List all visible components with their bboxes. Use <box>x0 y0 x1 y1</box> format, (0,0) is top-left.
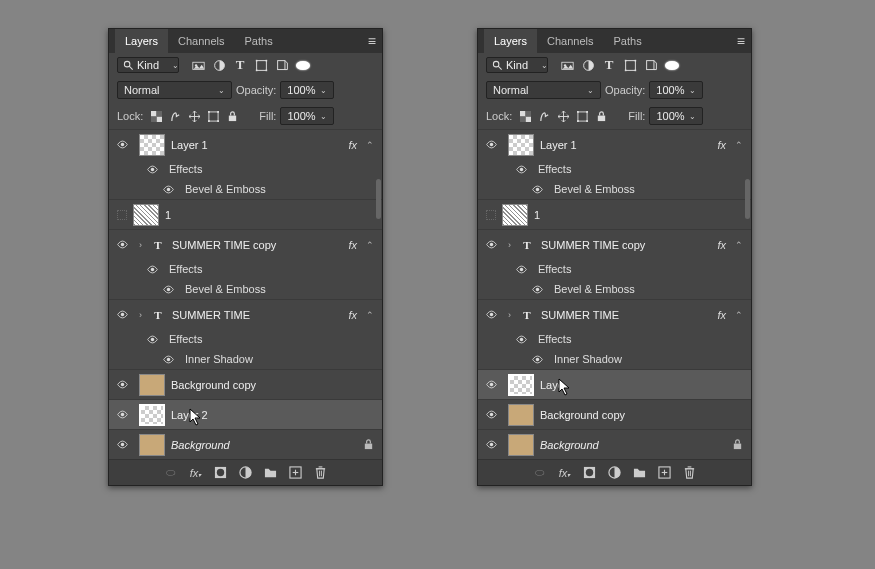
effect-item[interactable]: Inner Shadow <box>478 349 751 369</box>
layer-row[interactable]: Laye <box>478 369 751 399</box>
visibility-toggle[interactable] <box>486 439 502 450</box>
new-icon[interactable] <box>658 466 672 479</box>
effect-item[interactable]: Bevel & Emboss <box>478 179 751 199</box>
visibility-toggle[interactable] <box>516 164 532 175</box>
visibility-toggle[interactable] <box>117 210 127 220</box>
lock-transparency-icon[interactable] <box>520 111 534 122</box>
trash-icon[interactable] <box>314 466 328 479</box>
lock-all-icon[interactable] <box>227 111 241 122</box>
layer-name[interactable]: Layer 1 <box>540 139 711 151</box>
visibility-toggle[interactable] <box>147 164 163 175</box>
kind-filter[interactable]: ⌄ <box>117 57 179 73</box>
scrollbar[interactable] <box>376 179 381 219</box>
fx-badge[interactable]: fx <box>348 309 357 321</box>
visibility-toggle[interactable] <box>147 334 163 345</box>
layer-row[interactable]: Background <box>109 429 382 459</box>
lock-icon[interactable] <box>363 439 374 450</box>
layer-name[interactable]: Background copy <box>171 379 374 391</box>
layer-name[interactable]: Layer 2 <box>171 409 374 421</box>
layer-row[interactable]: 1 <box>478 199 751 229</box>
layer-row[interactable]: Background copy <box>478 399 751 429</box>
lock-image-icon[interactable] <box>539 111 553 122</box>
visibility-toggle[interactable] <box>486 379 502 390</box>
lock-transparency-icon[interactable] <box>151 111 165 122</box>
layer-row[interactable]: ›TSUMMER TIMEfx⌃ <box>478 299 751 329</box>
layer-row[interactable]: Layer 2 <box>109 399 382 429</box>
layer-name[interactable]: Laye <box>540 379 743 391</box>
layer-name[interactable]: 1 <box>534 209 743 221</box>
fx-badge[interactable]: fx <box>717 239 726 251</box>
tab-channels[interactable]: Channels <box>168 29 234 53</box>
lock-artboard-icon[interactable] <box>208 111 222 122</box>
chevron-icon[interactable]: ⌃ <box>366 310 374 320</box>
visibility-toggle[interactable] <box>532 284 548 295</box>
visibility-toggle[interactable] <box>486 409 502 420</box>
tab-layers[interactable]: Layers <box>115 29 168 53</box>
lock-position-icon[interactable] <box>558 111 572 122</box>
adjustment-icon[interactable] <box>608 466 622 479</box>
visibility-toggle[interactable] <box>516 334 532 345</box>
layer-row[interactable]: Layer 1fx⌃ <box>478 129 751 159</box>
tab-paths[interactable]: Paths <box>604 29 652 53</box>
visibility-toggle[interactable] <box>532 184 548 195</box>
filter-text-icon[interactable]: T <box>602 57 616 73</box>
visibility-toggle[interactable] <box>163 284 179 295</box>
effect-item[interactable]: Bevel & Emboss <box>109 179 382 199</box>
tab-layers[interactable]: Layers <box>484 29 537 53</box>
effect-item[interactable]: Bevel & Emboss <box>478 279 751 299</box>
layer-row[interactable]: Background copy <box>109 369 382 399</box>
opacity-select[interactable]: 100%⌄ <box>280 81 333 99</box>
visibility-toggle[interactable] <box>117 409 133 420</box>
visibility-toggle[interactable] <box>532 354 548 365</box>
visibility-toggle[interactable] <box>163 184 179 195</box>
visibility-toggle[interactable] <box>516 264 532 275</box>
visibility-toggle[interactable] <box>486 139 502 150</box>
fx-badge[interactable]: fx <box>348 139 357 151</box>
filter-shape-icon[interactable] <box>254 59 268 72</box>
kind-filter[interactable]: ⌄ <box>486 57 548 73</box>
tab-channels[interactable]: Channels <box>537 29 603 53</box>
layer-name[interactable]: SUMMER TIME copy <box>541 239 711 251</box>
link-icon[interactable]: ⬭ <box>164 466 178 479</box>
chevron-icon[interactable]: ⌃ <box>735 310 743 320</box>
layer-name[interactable]: SUMMER TIME copy <box>172 239 342 251</box>
kind-input[interactable] <box>506 59 538 71</box>
visibility-toggle[interactable] <box>486 309 502 320</box>
layer-row[interactable]: 1 <box>109 199 382 229</box>
chevron-icon[interactable]: ⌃ <box>366 140 374 150</box>
effects-row[interactable]: Effects <box>478 329 751 349</box>
fx-icon[interactable]: fx▾ <box>189 467 203 479</box>
visibility-toggle[interactable] <box>117 139 133 150</box>
layer-name[interactable]: Layer 1 <box>171 139 342 151</box>
visibility-toggle[interactable] <box>147 264 163 275</box>
link-icon[interactable]: ⬭ <box>533 466 547 479</box>
effect-item[interactable]: Bevel & Emboss <box>109 279 382 299</box>
effects-row[interactable]: Effects <box>109 329 382 349</box>
visibility-toggle[interactable] <box>117 239 133 250</box>
layer-name[interactable]: SUMMER TIME <box>172 309 342 321</box>
blend-mode-select[interactable]: Normal⌄ <box>117 81 232 99</box>
adjustment-icon[interactable] <box>239 466 253 479</box>
visibility-toggle[interactable] <box>486 239 502 250</box>
filter-adjust-icon[interactable] <box>212 59 226 72</box>
effects-row[interactable]: Effects <box>109 259 382 279</box>
fx-badge[interactable]: fx <box>717 139 726 151</box>
visibility-toggle[interactable] <box>117 309 133 320</box>
fill-select[interactable]: 100%⌄ <box>280 107 333 125</box>
filter-adjust-icon[interactable] <box>581 59 595 72</box>
chevron-icon[interactable]: ⌃ <box>366 240 374 250</box>
chevron-icon[interactable]: ⌃ <box>735 140 743 150</box>
new-icon[interactable] <box>289 466 303 479</box>
layer-row[interactable]: ›TSUMMER TIME copyfx⌃ <box>109 229 382 259</box>
group-icon[interactable] <box>633 466 647 479</box>
layer-name[interactable]: SUMMER TIME <box>541 309 711 321</box>
lock-all-icon[interactable] <box>596 111 610 122</box>
filter-toggle-icon[interactable] <box>296 61 310 70</box>
layer-name[interactable]: Background <box>171 439 357 451</box>
visibility-toggle[interactable] <box>117 439 133 450</box>
layer-row[interactable]: ›TSUMMER TIMEfx⌃ <box>109 299 382 329</box>
group-icon[interactable] <box>264 466 278 479</box>
layer-name[interactable]: Background copy <box>540 409 743 421</box>
effects-row[interactable]: Effects <box>109 159 382 179</box>
effects-row[interactable]: Effects <box>478 159 751 179</box>
